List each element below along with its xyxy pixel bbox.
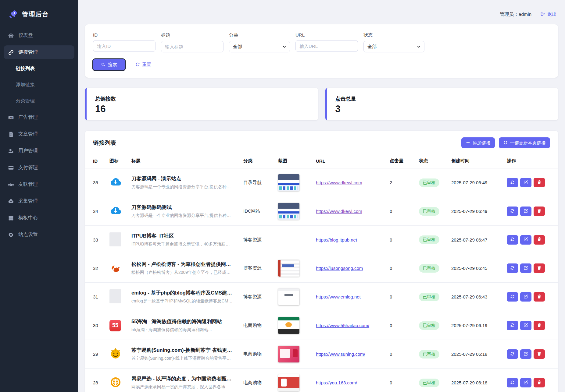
reset-button[interactable]: 重置 bbox=[135, 62, 151, 68]
status-select[interactable]: 全部 bbox=[363, 41, 424, 52]
delete-link-button[interactable] bbox=[534, 378, 545, 387]
delete-link-button[interactable] bbox=[534, 178, 545, 187]
sidebar-item-collection-management[interactable]: 采集管理 bbox=[4, 194, 74, 208]
status-badge: 已审核 bbox=[419, 293, 439, 301]
link-id: 29 bbox=[93, 351, 107, 357]
url-input[interactable] bbox=[295, 40, 358, 52]
sidebar-item-link-list[interactable]: 链接列表 bbox=[4, 62, 74, 75]
update-link-button[interactable] bbox=[507, 292, 518, 302]
link-url[interactable]: https://www.55haitao.com/ bbox=[316, 323, 369, 328]
delete-link-button[interactable] bbox=[534, 292, 545, 302]
link-icon bbox=[8, 49, 14, 55]
column-header: 操作 bbox=[507, 158, 550, 164]
sidebar-item-article-management[interactable]: 文章管理 bbox=[4, 127, 74, 141]
sidebar: 管理后台 仪表盘链接管理链接列表添加链接分类管理Ad广告管理文章管理用户管理支付… bbox=[0, 0, 78, 392]
refresh-page-links-button[interactable]: 一键更新本页链接 bbox=[499, 137, 550, 148]
add-link-button[interactable]: 添加链接 bbox=[461, 137, 495, 148]
edit-link-button[interactable] bbox=[520, 178, 531, 187]
sidebar-item-label: 仪表盘 bbox=[18, 32, 33, 39]
link-url[interactable]: https://lusongsong.com bbox=[316, 266, 363, 271]
logout-link[interactable]: 退出 bbox=[540, 11, 557, 18]
sidebar-item-user-management[interactable]: 用户管理 bbox=[4, 144, 74, 158]
plus-icon bbox=[466, 140, 470, 146]
sidebar-item-label: 采集管理 bbox=[18, 198, 38, 204]
link-url[interactable]: https://www.suning.com/ bbox=[316, 351, 365, 357]
link-title: 松松网 - 卢松松博客 - 为草根创业者提供网络推广知识 bbox=[131, 261, 233, 268]
table-head: 链接列表 添加链接 一键更新本页链接 bbox=[85, 131, 558, 154]
status-badge: 已审核 bbox=[419, 350, 439, 358]
edit-icon bbox=[524, 180, 528, 185]
sidebar-item-site-settings[interactable]: 站点设置 bbox=[4, 228, 74, 242]
sidebar-item-label: 链接管理 bbox=[18, 49, 38, 55]
link-url[interactable]: https://www.dkewl.com bbox=[316, 180, 362, 185]
category-select[interactable]: 全部 bbox=[229, 41, 290, 52]
edit-icon bbox=[524, 266, 528, 271]
update-link-button[interactable] bbox=[507, 235, 518, 245]
link-title: 刀客源码源码测试 bbox=[131, 204, 233, 211]
admin-info: 管理员：admin bbox=[500, 11, 531, 18]
sidebar-item-dashboard[interactable]: 仪表盘 bbox=[4, 29, 74, 42]
edit-icon bbox=[524, 209, 528, 214]
sidebar-item-link-management[interactable]: 链接管理 bbox=[4, 45, 74, 59]
table-header-row: ID图标标题分类截图URL点击量状态创建时间操作 bbox=[85, 154, 558, 168]
sync-icon bbox=[510, 266, 515, 271]
edit-link-button[interactable] bbox=[520, 207, 531, 216]
sidebar-item-category-management[interactable]: 分类管理 bbox=[4, 94, 74, 108]
trash-icon bbox=[537, 209, 542, 214]
link-url[interactable]: https://www.emlog.net bbox=[316, 294, 361, 299]
update-link-button[interactable] bbox=[507, 378, 518, 387]
title-input[interactable] bbox=[161, 41, 223, 52]
edit-link-button[interactable] bbox=[520, 378, 531, 387]
link-url[interactable]: https://blog.itpub.net bbox=[316, 237, 357, 242]
sidebar-item-label: 模板中心 bbox=[18, 215, 38, 221]
created-time: 2025-07-29 06:18 bbox=[451, 380, 504, 385]
sync-icon bbox=[510, 294, 515, 300]
link-id: 34 bbox=[93, 209, 107, 214]
edit-link-button[interactable] bbox=[520, 235, 531, 245]
edit-link-button[interactable] bbox=[520, 321, 531, 330]
link-id: 28 bbox=[93, 380, 107, 385]
stat-value: 3 bbox=[335, 104, 550, 114]
column-header: 状态 bbox=[419, 158, 449, 164]
delete-link-button[interactable] bbox=[534, 235, 545, 245]
update-link-button[interactable] bbox=[507, 178, 518, 187]
sidebar-item-label: 站点设置 bbox=[18, 231, 38, 238]
update-link-button[interactable] bbox=[507, 207, 518, 216]
edit-icon bbox=[524, 237, 528, 242]
created-time: 2025-07-29 06:49 bbox=[451, 209, 504, 214]
gear-icon bbox=[8, 232, 14, 238]
sidebar-item-label: 文章管理 bbox=[18, 131, 38, 137]
sidebar-item-add-link[interactable]: 添加链接 bbox=[4, 78, 74, 91]
status-badge: 已审核 bbox=[419, 207, 439, 216]
home-icon bbox=[8, 33, 14, 39]
sidebar-item-ad-management[interactable]: Ad广告管理 bbox=[4, 111, 74, 124]
id-input[interactable] bbox=[93, 40, 156, 52]
delete-link-button[interactable] bbox=[534, 349, 545, 359]
update-link-button[interactable] bbox=[507, 321, 518, 330]
column-header: 截图 bbox=[278, 158, 313, 164]
sidebar-item-template-center[interactable]: 模板中心 bbox=[4, 211, 74, 225]
edit-link-button[interactable] bbox=[520, 349, 531, 359]
update-link-button[interactable] bbox=[507, 263, 518, 273]
site-screenshot bbox=[278, 174, 299, 191]
edit-link-button[interactable] bbox=[520, 263, 531, 273]
link-category: 目录导航 bbox=[243, 180, 276, 185]
click-count: 0 bbox=[390, 351, 417, 357]
edit-link-button[interactable] bbox=[520, 292, 531, 302]
edit-icon bbox=[524, 380, 528, 386]
handshake-icon bbox=[8, 182, 14, 188]
placeholder-icon bbox=[109, 232, 121, 246]
link-id: 30 bbox=[93, 323, 107, 328]
squirrel-logo-icon bbox=[109, 262, 122, 274]
filter-field-id: ID bbox=[93, 32, 156, 52]
link-url[interactable]: https://you.163.com/ bbox=[316, 380, 357, 385]
sidebar-item-friendlink-management[interactable]: 友联管理 bbox=[4, 178, 74, 191]
delete-link-button[interactable] bbox=[534, 207, 545, 216]
delete-link-button[interactable] bbox=[534, 263, 545, 273]
table-row: 28网易严选 - 以严谨的态度，为中国消费者甄选天下优品网易严选秉承网易一贯的严… bbox=[85, 369, 558, 392]
update-link-button[interactable] bbox=[507, 349, 518, 359]
link-url[interactable]: https://www.dkewl.com bbox=[316, 209, 362, 214]
sidebar-item-payment-management[interactable]: 支付管理 bbox=[4, 161, 74, 175]
search-button[interactable]: 搜索 bbox=[93, 59, 125, 70]
delete-link-button[interactable] bbox=[534, 321, 545, 330]
